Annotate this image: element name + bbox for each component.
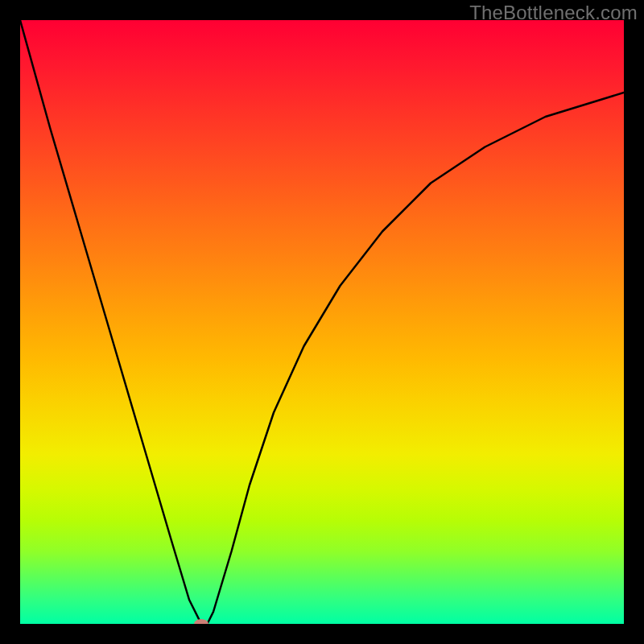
plot-area [20, 20, 624, 624]
optimum-marker [194, 619, 208, 624]
curve-layer [20, 20, 624, 624]
bottleneck-curve [20, 20, 624, 624]
chart-frame: TheBottleneck.com [0, 0, 644, 644]
watermark: TheBottleneck.com [469, 2, 638, 24]
